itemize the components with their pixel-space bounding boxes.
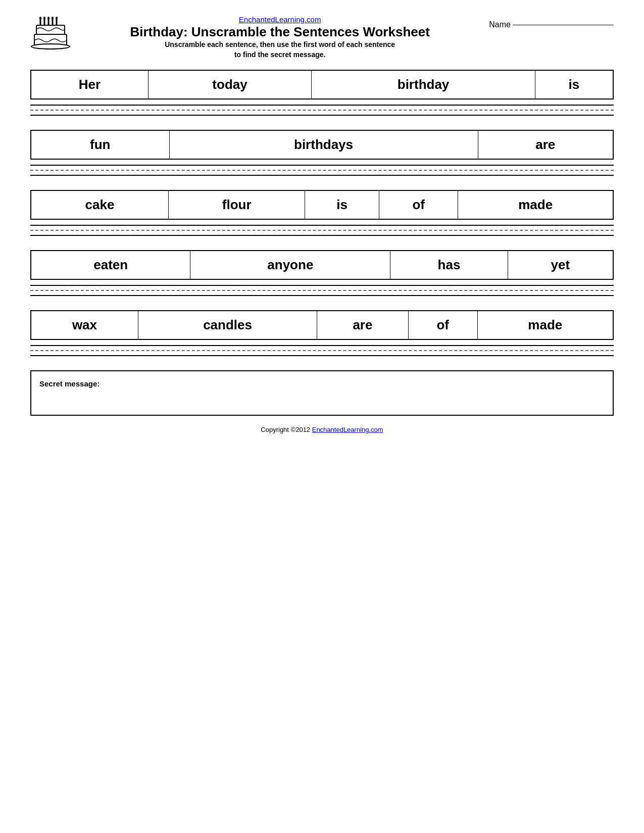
- svg-point-6: [43, 17, 45, 20]
- sentence-block-4: eatenanyonehasyet: [30, 250, 614, 296]
- word-cell-3-5: made: [458, 190, 613, 219]
- dotted-line-4: [30, 290, 614, 291]
- word-cell-2-1: fun: [31, 130, 169, 159]
- word-cell-5-5: made: [477, 311, 613, 339]
- solid-line-bottom-1: [30, 115, 614, 116]
- word-cell-5-3: are: [317, 311, 409, 339]
- solid-line-top-1: [30, 105, 614, 106]
- word-cell-1-2: today: [148, 70, 312, 99]
- dotted-line-2: [30, 170, 614, 171]
- word-cell-3-3: is: [305, 190, 379, 219]
- word-cell-4-2: anyone: [190, 251, 390, 279]
- copyright-year: ©2012: [291, 426, 311, 433]
- word-cell-3-4: of: [379, 190, 458, 219]
- cake-icon: [30, 15, 71, 56]
- name-field: Name: [489, 15, 614, 29]
- worksheet-subtitle: Unscramble each sentence, then use the f…: [79, 40, 481, 60]
- worksheet-title: Birthday: Unscramble the Sentences Works…: [79, 24, 481, 40]
- site-link[interactable]: EnchantedLearning.com: [239, 15, 321, 24]
- svg-point-12: [31, 44, 70, 49]
- sentence-block-1: Hertodaybirthdayis: [30, 70, 614, 116]
- dotted-line-3: [30, 230, 614, 231]
- word-table-4: eatenanyonehasyet: [30, 250, 614, 280]
- word-table-1: Hertodaybirthdayis: [30, 70, 614, 100]
- solid-line-top-3: [30, 225, 614, 226]
- copyright-text: Copyright: [261, 426, 289, 433]
- word-cell-5-1: wax: [31, 311, 138, 339]
- word-cell-2-2: birthdays: [169, 130, 478, 159]
- word-cell-4-1: eaten: [31, 251, 190, 279]
- svg-rect-10: [36, 25, 65, 34]
- word-table-2: funbirthdaysare: [30, 130, 614, 160]
- secret-message-box: Secret message:: [30, 370, 614, 416]
- footer: Copyright ©2012 EnchantedLearning.com: [30, 426, 614, 433]
- solid-line-top-4: [30, 285, 614, 286]
- solid-line-top-5: [30, 345, 614, 346]
- word-table-5: waxcandlesareofmade: [30, 310, 614, 340]
- word-cell-1-4: is: [535, 70, 613, 99]
- word-cell-1-1: Her: [31, 70, 148, 99]
- word-cell-4-4: yet: [508, 251, 613, 279]
- sentence-block-5: waxcandlesareofmade: [30, 310, 614, 356]
- page-header: EnchantedLearning.com Birthday: Unscramb…: [30, 15, 614, 60]
- solid-line-bottom-4: [30, 295, 614, 296]
- word-cell-1-3: birthday: [312, 70, 535, 99]
- solid-line-top-2: [30, 165, 614, 166]
- name-label: Name: [489, 20, 511, 29]
- word-cell-5-4: of: [408, 311, 477, 339]
- word-cell-4-3: has: [390, 251, 508, 279]
- word-cell-5-2: candles: [138, 311, 317, 339]
- name-line[interactable]: [513, 25, 614, 25]
- svg-point-8: [52, 17, 54, 20]
- sentence-block-3: cakeflourisofmade: [30, 190, 614, 236]
- dotted-line-1: [30, 110, 614, 111]
- sentences-container: Hertodaybirthdayisfunbirthdaysarecakeflo…: [30, 70, 614, 356]
- solid-line-bottom-5: [30, 355, 614, 356]
- solid-line-bottom-3: [30, 235, 614, 236]
- svg-point-5: [39, 17, 41, 20]
- word-cell-3-2: flour: [168, 190, 305, 219]
- header-text: EnchantedLearning.com Birthday: Unscramb…: [79, 15, 481, 60]
- word-cell-2-3: are: [478, 130, 613, 159]
- secret-message-label: Secret message:: [39, 379, 100, 388]
- sentence-block-2: funbirthdaysare: [30, 130, 614, 176]
- word-cell-3-1: cake: [31, 190, 168, 219]
- footer-site-link[interactable]: EnchantedLearning.com: [312, 426, 383, 433]
- svg-point-7: [47, 17, 49, 20]
- solid-line-bottom-2: [30, 175, 614, 176]
- word-table-3: cakeflourisofmade: [30, 190, 614, 220]
- dotted-line-5: [30, 350, 614, 351]
- svg-point-9: [56, 17, 58, 20]
